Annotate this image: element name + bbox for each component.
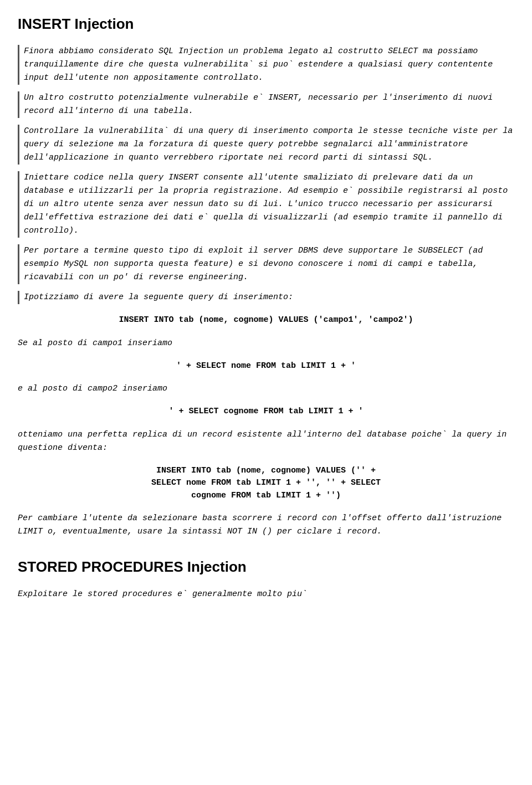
code-block-3: ' + SELECT cognome FROM tab LIMIT 1 + ' (18, 406, 514, 418)
code-block-1: INSERT INTO tab (nome, cognome) VALUES (… (18, 314, 514, 327)
code-block-4-line2: SELECT nome FROM tab LIMIT 1 + '', '' + … (151, 478, 381, 488)
inline-text-2: e al posto di campo2 inseriamo (18, 382, 514, 396)
code-block-4-line3: cognome FROM tab LIMIT 1 + '') (191, 491, 341, 500)
section2-paragraph: Exploitare le stored procedures e` gener… (18, 588, 514, 601)
code-block-2: ' + SELECT nome FROM tab LIMIT 1 + ' (18, 360, 514, 373)
section2-title: STORED PROCEDURES Injection (18, 556, 514, 578)
paragraph-5: Per portare a termine questo tipo di exp… (18, 244, 514, 284)
paragraph-6: Ipotizziamo di avere la seguente query d… (18, 291, 514, 304)
code-block-4-line1: INSERT INTO tab (nome, cognome) VALUES (… (156, 466, 376, 475)
paragraph-4: Iniettare codice nella query INSERT cons… (18, 171, 514, 238)
paragraph-2: Un altro costrutto potenzialmente vulner… (18, 91, 514, 118)
code-block-4: INSERT INTO tab (nome, cognome) VALUES (… (18, 465, 514, 502)
paragraph-3: Controllare la vulnerabilita` di una que… (18, 125, 514, 165)
page-title: INSERT Injection (18, 13, 514, 35)
paragraph-1: Finora abbiamo considerato SQL Injection… (18, 45, 514, 85)
inline-text-4: Per cambiare l'utente da selezionare bas… (18, 512, 514, 538)
inline-text-1: Se al posto di campo1 inseriamo (18, 337, 514, 350)
inline-text-3: otteniamo una perfetta replica di un rec… (18, 428, 514, 455)
